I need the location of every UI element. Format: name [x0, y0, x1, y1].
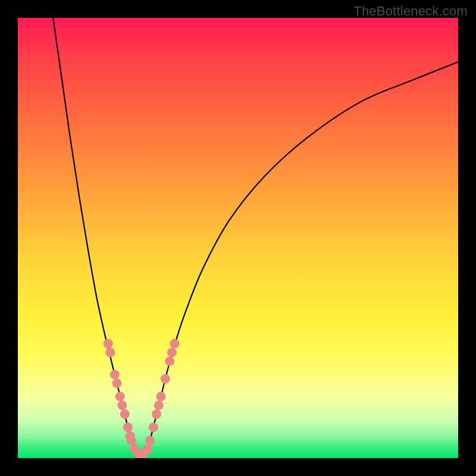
- scatter-point: [143, 444, 152, 454]
- scatter-point: [115, 392, 125, 401]
- plot-area: [18, 18, 458, 458]
- scatter-point: [117, 400, 127, 410]
- scatter-point: [112, 378, 122, 388]
- scatter-point: [104, 339, 113, 349]
- scatter-point: [105, 347, 115, 357]
- scatter-point: [120, 409, 130, 419]
- scatter-point: [152, 409, 161, 419]
- chart-frame: TheBottleneck.com: [0, 0, 476, 476]
- scatter-point: [167, 347, 177, 357]
- scatter-point: [154, 400, 164, 410]
- series-left-branch: [53, 18, 137, 454]
- scatter-point: [149, 422, 158, 432]
- scatter-point: [161, 374, 170, 384]
- scatter-point: [145, 436, 155, 445]
- scatter-point: [165, 356, 174, 366]
- scatter-point: [127, 436, 136, 445]
- scatter-point: [170, 339, 179, 349]
- watermark-text: TheBottleneck.com: [353, 4, 468, 19]
- curves-svg: [18, 18, 458, 458]
- scatter-point: [123, 422, 133, 432]
- scatter-point: [110, 369, 120, 379]
- series-right-branch: [146, 62, 458, 454]
- scatter-point: [156, 392, 166, 401]
